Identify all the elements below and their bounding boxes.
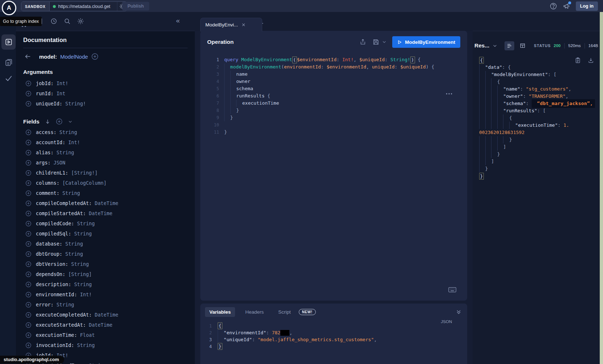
sidebar-item-explorer[interactable] [1, 34, 16, 50]
field-row[interactable]: args: JSON [16, 158, 195, 168]
search-button[interactable] [64, 18, 71, 25]
back-button[interactable] [25, 53, 31, 60]
sort-fields-button[interactable] [45, 119, 50, 124]
plus-circle-icon [25, 91, 32, 97]
argument-row[interactable]: uniqueId: String! [16, 99, 195, 109]
add-to-query-button[interactable] [25, 160, 32, 166]
add-to-query-button[interactable] [25, 312, 32, 318]
response-heading: Res... [474, 42, 489, 49]
add-to-query-button[interactable] [25, 231, 32, 237]
field-row[interactable]: childrenL1: [String!] [16, 168, 195, 178]
field-row[interactable]: description: String [16, 279, 195, 289]
tab-script[interactable]: Script [274, 307, 295, 317]
collapse-docs-button[interactable]: « [176, 17, 180, 24]
field-row[interactable]: compileCompletedAt: DateTime [16, 198, 195, 208]
add-to-query-button[interactable] [25, 210, 32, 217]
sidebar-item-checks[interactable] [1, 71, 16, 86]
add-to-query-button[interactable] [25, 281, 32, 288]
add-to-query-button[interactable] [25, 261, 32, 267]
argument-row[interactable]: runId: Int [16, 88, 195, 99]
add-field-button[interactable] [91, 53, 99, 60]
response-json-viewer[interactable]: {"data": {"modelByEnvironment": [{"name"… [473, 57, 600, 180]
explorer-settings-button[interactable] [77, 18, 84, 25]
field-row[interactable]: compileStartedAt: DateTime [16, 208, 195, 218]
response-options-chevron[interactable] [493, 43, 497, 48]
scrollbar[interactable] [600, 12, 603, 364]
close-icon [242, 23, 246, 27]
announcements-button[interactable] [563, 3, 570, 10]
close-tab-button[interactable] [242, 23, 246, 27]
add-to-query-button[interactable] [25, 150, 32, 156]
field-row[interactable]: compiledSql: String [16, 229, 195, 239]
add-to-query-button[interactable] [25, 129, 32, 135]
tab-variables[interactable]: Variables [205, 307, 235, 317]
add-to-query-button[interactable] [25, 200, 32, 206]
save-options-chevron[interactable] [382, 40, 386, 44]
field-row[interactable]: executionTime: Float [16, 330, 195, 340]
login-button[interactable]: Log in [576, 1, 598, 11]
field-row[interactable]: compiledCode: String [16, 218, 195, 229]
status-label: STATUS [534, 43, 550, 48]
apollo-logo[interactable]: A [2, 1, 16, 15]
variables-editor[interactable]: 1{2"environmentId": 782,3"uniqueId": "mo… [200, 317, 467, 350]
help-button[interactable] [550, 3, 557, 10]
share-operation-button[interactable] [360, 39, 366, 45]
add-all-fields-button[interactable] [56, 118, 63, 125]
field-row[interactable]: database: String [16, 239, 195, 249]
copy-response-button[interactable] [575, 57, 581, 63]
download-response-button[interactable] [588, 57, 594, 63]
publish-button[interactable]: Publish [122, 2, 149, 11]
history-button[interactable] [50, 18, 57, 25]
tab-headers[interactable]: Headers [241, 307, 268, 317]
selected-field-type-link[interactable]: ModelNode [60, 54, 88, 60]
collapse-variables-button[interactable] [456, 309, 461, 315]
response-json-line: } [479, 165, 600, 172]
field-row[interactable]: alias: String [16, 147, 195, 158]
field-row[interactable]: access: String [16, 127, 195, 137]
add-to-query-button[interactable] [25, 332, 32, 338]
add-to-query-button[interactable] [25, 271, 32, 277]
field-row[interactable]: error: String [16, 300, 195, 310]
argument-row[interactable]: jobId: Int! [16, 78, 195, 88]
add-to-query-button[interactable] [25, 251, 32, 257]
add-to-query-button[interactable] [25, 241, 32, 247]
add-to-query-button[interactable] [25, 342, 32, 348]
add-to-query-button[interactable] [25, 302, 32, 308]
add-to-query-button[interactable] [25, 101, 32, 107]
sandbox-badge[interactable]: SANDBOX [21, 2, 50, 11]
plus-circle-icon [25, 170, 32, 176]
add-to-query-button[interactable] [25, 91, 32, 97]
field-row[interactable]: dbtVersion: String [16, 259, 195, 269]
plus-circle-icon [25, 139, 32, 146]
add-to-query-button[interactable] [25, 139, 32, 146]
field-row[interactable]: accountId: Int! [16, 137, 195, 147]
add-to-query-button[interactable] [25, 221, 32, 227]
keyboard-shortcuts-button[interactable] [448, 287, 456, 293]
sidebar-item-schema[interactable] [1, 55, 16, 70]
run-operation-button[interactable]: ModelByEnvironment [392, 36, 460, 48]
field-row[interactable]: environmentId: Int! [16, 289, 195, 300]
endpoint-url-field[interactable]: https://metadata.cloud.get [50, 2, 117, 11]
response-format-table-button[interactable] [518, 41, 527, 50]
field-row[interactable]: dbtGroup: String [16, 249, 195, 259]
field-row[interactable]: invocationId: String [16, 340, 195, 350]
variables-code-line: 1{ [200, 322, 467, 329]
field-row[interactable]: executeStartedAt: DateTime [16, 320, 195, 330]
operation-editor[interactable]: 1query ModelByEnvironment($environmentId… [200, 53, 467, 136]
arrow-down-icon [45, 119, 50, 124]
field-row[interactable]: executeCompletedAt: DateTime [16, 310, 195, 320]
add-to-query-button[interactable] [25, 190, 32, 196]
add-to-query-button[interactable] [25, 180, 32, 186]
fields-options-chevron[interactable] [68, 120, 72, 124]
add-to-query-button[interactable] [25, 170, 32, 176]
add-to-query-button[interactable] [25, 292, 32, 298]
field-row[interactable]: columns: [CatalogColumn] [16, 178, 195, 188]
response-format-json-button[interactable] [504, 41, 514, 50]
field-row[interactable]: dependsOn: [String] [16, 269, 195, 279]
add-to-query-button[interactable] [25, 80, 32, 87]
save-operation-button[interactable] [373, 39, 379, 45]
field-row[interactable]: comment: String [16, 188, 195, 198]
add-to-query-button[interactable] [25, 322, 32, 328]
tab-modelbyenvironment[interactable]: ModelByEnvi... [200, 18, 262, 32]
operation-more-button[interactable] [445, 92, 453, 95]
